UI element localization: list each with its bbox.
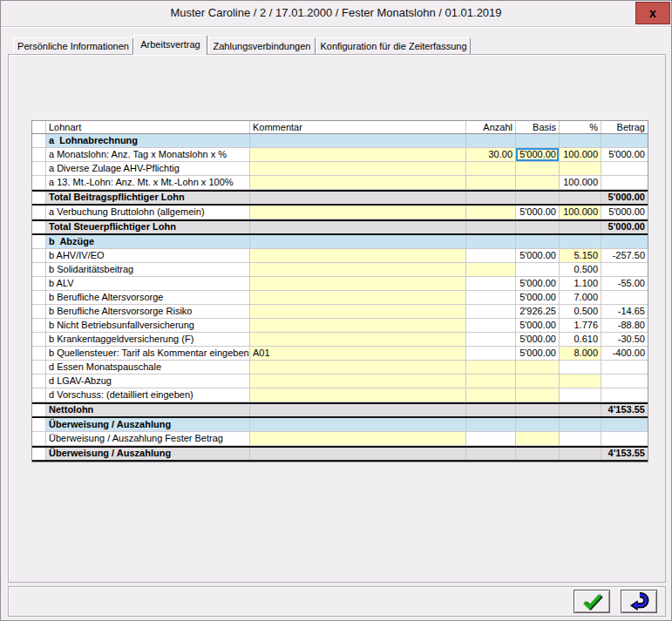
- cell-betrag[interactable]: [601, 176, 648, 189]
- cell-betrag[interactable]: -400.00: [601, 347, 648, 360]
- cell-lohnart[interactable]: a 13. Mt.-Lohn: Anz. Mt. x Mt.-Lohn x 10…: [46, 176, 250, 189]
- cell-basis[interactable]: [516, 388, 560, 402]
- cell-anzahl[interactable]: [466, 263, 516, 276]
- cell-basis[interactable]: 5'000.00: [516, 319, 560, 332]
- cell-kommentar[interactable]: [250, 333, 466, 346]
- cell-kommentar[interactable]: [250, 388, 466, 402]
- cell-lohnart[interactable]: d Essen Monatspauschale: [46, 361, 250, 374]
- cell-basis[interactable]: [516, 263, 560, 276]
- cell-lohnart[interactable]: b AHV/IV/EO: [46, 249, 250, 262]
- cell-lohnart[interactable]: b Nicht Betriebsunfallversicherung: [46, 319, 250, 332]
- cell-betrag[interactable]: [601, 162, 648, 175]
- cell-anzahl[interactable]: [466, 206, 516, 219]
- cell-kommentar[interactable]: [250, 148, 466, 161]
- cell-anzahl[interactable]: [466, 347, 516, 360]
- cell-lohnart[interactable]: b Quellensteuer: Tarif als Kommentar ein…: [46, 347, 250, 360]
- cell-kommentar[interactable]: [250, 162, 466, 175]
- cell-kommentar[interactable]: [250, 249, 466, 262]
- cell-kommentar[interactable]: [250, 319, 466, 332]
- cell-pct[interactable]: 0.500: [560, 305, 601, 318]
- cell-anzahl[interactable]: [466, 291, 516, 304]
- cell-kommentar[interactable]: [250, 206, 466, 219]
- cell-anzahl[interactable]: [466, 176, 516, 189]
- cell-betrag[interactable]: -257.50: [601, 249, 648, 262]
- tab-zahlungsverbindungen[interactable]: Zahlungsverbindungen: [208, 37, 316, 54]
- cell-kommentar[interactable]: [250, 432, 466, 445]
- cell-anzahl[interactable]: [466, 277, 516, 290]
- cell-pct[interactable]: [560, 432, 601, 445]
- cell-betrag[interactable]: -30.50: [601, 333, 648, 346]
- cell-pct[interactable]: [560, 375, 601, 388]
- cell-kommentar[interactable]: A01: [250, 347, 466, 360]
- cell-pct[interactable]: 100.000: [560, 176, 601, 189]
- cell-betrag[interactable]: -14.65: [601, 305, 648, 318]
- cell-lohnart[interactable]: d LGAV-Abzug: [46, 375, 250, 388]
- cell-pct[interactable]: 5.150: [560, 249, 601, 262]
- cell-basis[interactable]: 5'000.00: [516, 249, 560, 262]
- cell-pct[interactable]: [560, 388, 601, 402]
- cell-anzahl[interactable]: [466, 375, 516, 388]
- cell-pct[interactable]: [560, 361, 601, 374]
- cell-anzahl[interactable]: [466, 305, 516, 318]
- cell-betrag[interactable]: [601, 432, 648, 445]
- cell-basis[interactable]: [516, 361, 560, 374]
- tab-persoenliche-informationen[interactable]: Persönliche Informationen: [13, 37, 133, 54]
- cell-basis[interactable]: [516, 432, 560, 445]
- cell-betrag[interactable]: -55.00: [601, 277, 648, 290]
- cell-lohnart[interactable]: b Berufliche Altersvorsorge: [46, 291, 250, 304]
- cell-basis[interactable]: 5'000.00: [516, 148, 560, 161]
- cell-betrag[interactable]: [601, 375, 648, 388]
- cell-lohnart[interactable]: a Diverse Zulage AHV-Pflichtig: [46, 162, 250, 175]
- cell-basis[interactable]: [516, 162, 560, 175]
- cell-anzahl[interactable]: 30.00: [466, 148, 516, 161]
- cell-basis[interactable]: 5'000.00: [516, 291, 560, 304]
- cell-pct[interactable]: [560, 162, 601, 175]
- cell-basis[interactable]: 5'000.00: [516, 347, 560, 360]
- cell-basis[interactable]: 5'000.00: [516, 206, 560, 219]
- cell-betrag[interactable]: 5'000.00: [601, 148, 648, 161]
- cell-anzahl[interactable]: [466, 249, 516, 262]
- cell-pct[interactable]: 0.610: [560, 333, 601, 346]
- cell-pct[interactable]: 100.000: [560, 206, 601, 219]
- cell-lohnart[interactable]: a Monatslohn: Anz. Tag x Monatslohn x %: [46, 148, 250, 161]
- cell-pct[interactable]: 1.100: [560, 277, 601, 290]
- cell-lohnart[interactable]: b ALV: [46, 277, 250, 290]
- cell-lohnart[interactable]: Überweisung / Auszahlung Fester Betrag: [46, 432, 250, 445]
- cell-kommentar[interactable]: [250, 305, 466, 318]
- cell-lohnart[interactable]: b Krankentaggeldversicherung (F): [46, 333, 250, 346]
- tab-arbeitsvertrag[interactable]: Arbeitsvertrag: [133, 35, 207, 55]
- cell-lohnart[interactable]: b Berufliche Altersvorsorge Risiko: [46, 305, 250, 318]
- cell-betrag[interactable]: -88.80: [601, 319, 648, 332]
- cell-betrag[interactable]: [601, 263, 648, 276]
- cell-kommentar[interactable]: [250, 291, 466, 304]
- cell-lohnart[interactable]: a Verbuchung Bruttolohn (allgemein): [46, 206, 250, 219]
- cell-pct[interactable]: 100.000: [560, 148, 601, 161]
- close-button[interactable]: x: [635, 2, 670, 24]
- cell-anzahl[interactable]: [466, 319, 516, 332]
- cell-pct[interactable]: 1.776: [560, 319, 601, 332]
- cell-basis[interactable]: [516, 375, 560, 388]
- cell-basis[interactable]: 5'000.00: [516, 333, 560, 346]
- cell-anzahl[interactable]: [466, 361, 516, 374]
- cell-kommentar[interactable]: [250, 277, 466, 290]
- cell-basis[interactable]: 5'000.00: [516, 277, 560, 290]
- cell-anzahl[interactable]: [466, 162, 516, 175]
- cell-anzahl[interactable]: [466, 388, 516, 402]
- cell-lohnart[interactable]: b Solidaritätsbeitrag: [46, 263, 250, 276]
- cell-betrag[interactable]: [601, 291, 648, 304]
- cell-betrag[interactable]: [601, 388, 648, 402]
- cell-lohnart[interactable]: d Vorschuss: (detailliert eingeben): [46, 388, 250, 402]
- tab-konfiguration-zeiterfassung[interactable]: Konfiguration für die Zeiterfassung: [316, 37, 471, 54]
- cell-betrag[interactable]: 5'000.00: [601, 206, 648, 219]
- cell-basis[interactable]: [516, 176, 560, 189]
- cell-kommentar[interactable]: [250, 263, 466, 276]
- back-button[interactable]: [621, 590, 657, 613]
- cell-kommentar[interactable]: [250, 361, 466, 374]
- cell-kommentar[interactable]: [250, 176, 466, 189]
- cell-anzahl[interactable]: [466, 432, 516, 445]
- cell-betrag[interactable]: [601, 361, 648, 374]
- cell-anzahl[interactable]: [466, 333, 516, 346]
- cell-pct[interactable]: 7.000: [560, 291, 601, 304]
- ok-button[interactable]: [574, 590, 610, 613]
- cell-kommentar[interactable]: [250, 375, 466, 388]
